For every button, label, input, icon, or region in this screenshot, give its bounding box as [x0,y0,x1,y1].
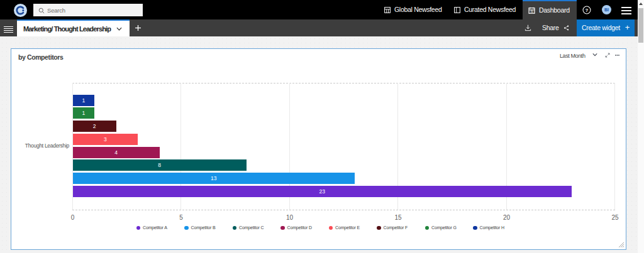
svg-text:31: 31 [530,10,533,13]
svg-text:?: ? [586,8,589,13]
